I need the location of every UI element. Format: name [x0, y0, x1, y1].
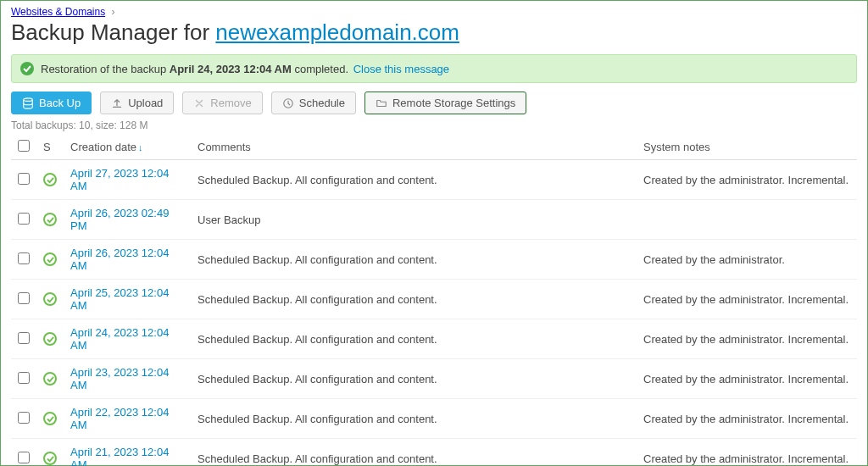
backup-notes: Created by the administrator. Incrementa…	[637, 160, 857, 200]
row-checkbox[interactable]	[18, 332, 30, 344]
backup-date-link[interactable]: April 27, 2023 12:04 AM	[70, 167, 169, 192]
status-ok-icon	[43, 372, 57, 386]
status-ok-icon	[43, 252, 57, 266]
backup-date-link[interactable]: April 21, 2023 12:04 AM	[70, 446, 169, 466]
col-date-header[interactable]: Creation date↓	[64, 135, 191, 160]
backup-notes	[637, 200, 857, 240]
sort-desc-icon: ↓	[138, 142, 143, 153]
status-ok-icon	[43, 173, 57, 186]
toolbar: Back Up Upload Remove Schedule Remote St…	[11, 92, 857, 114]
remove-icon	[193, 97, 205, 109]
table-row: April 27, 2023 12:04 AMScheduled Backup.…	[11, 160, 857, 200]
totals-top: Total backups: 10, size: 128 M	[11, 119, 857, 131]
page-title: Backup Manager for newexampledomain.com	[11, 19, 857, 46]
status-ok-icon	[43, 452, 57, 465]
backup-date-link[interactable]: April 23, 2023 12:04 AM	[70, 366, 169, 391]
schedule-button[interactable]: Schedule	[271, 92, 356, 114]
close-message-link[interactable]: Close this message	[353, 63, 449, 75]
backup-comments: Scheduled Backup. All configuration and …	[191, 399, 637, 439]
backup-date-link[interactable]: April 26, 2023 12:04 AM	[70, 247, 169, 272]
backups-table: S Creation date↓ Comments System notes A…	[11, 135, 857, 466]
page-container: Websites & Domains › Backup Manager for …	[0, 0, 868, 466]
row-checkbox[interactable]	[18, 412, 30, 424]
clock-icon	[282, 97, 294, 109]
backup-notes: Created by the administrator. Incrementa…	[637, 319, 857, 359]
backup-date-link[interactable]: April 25, 2023 12:04 AM	[70, 286, 169, 312]
status-ok-icon	[43, 332, 57, 346]
svg-point-0	[24, 97, 33, 101]
alert-text: Restoration of the backup April 24, 2023…	[41, 63, 449, 75]
status-ok-icon	[43, 412, 57, 425]
backup-comments: Scheduled Backup. All configuration and …	[191, 439, 637, 467]
backup-comments: Scheduled Backup. All configuration and …	[191, 319, 637, 359]
backup-comments: User Backup	[191, 200, 637, 240]
col-notes-header[interactable]: System notes	[637, 135, 857, 160]
page-title-prefix: Backup Manager for	[11, 19, 215, 45]
table-row: April 22, 2023 12:04 AMScheduled Backup.…	[11, 399, 857, 439]
table-row: April 25, 2023 12:04 AMScheduled Backup.…	[11, 280, 857, 319]
chevron-right-icon: ›	[112, 6, 115, 18]
status-ok-icon	[43, 292, 57, 306]
backup-comments: Scheduled Backup. All configuration and …	[191, 359, 637, 399]
col-comments-header[interactable]: Comments	[191, 135, 637, 160]
table-row: April 26, 2023 12:04 AMScheduled Backup.…	[11, 240, 857, 280]
col-status-header[interactable]: S	[36, 135, 64, 160]
backup-notes: Created by the administrator. Incrementa…	[637, 399, 857, 439]
backup-notes: Created by the administrator. Incrementa…	[637, 359, 857, 399]
backup-date-link[interactable]: April 24, 2023 12:04 AM	[70, 326, 169, 352]
row-checkbox[interactable]	[18, 173, 30, 185]
table-row: April 24, 2023 12:04 AMScheduled Backup.…	[11, 319, 857, 359]
backup-comments: Scheduled Backup. All configuration and …	[191, 280, 637, 319]
backup-comments: Scheduled Backup. All configuration and …	[191, 160, 637, 200]
row-checkbox[interactable]	[18, 252, 30, 264]
row-checkbox[interactable]	[18, 452, 30, 463]
breadcrumb: Websites & Domains ›	[11, 6, 857, 18]
database-icon	[22, 97, 34, 109]
check-circle-icon	[20, 62, 34, 75]
folder-icon	[376, 97, 387, 109]
table-row: April 23, 2023 12:04 AMScheduled Backup.…	[11, 359, 857, 399]
row-checkbox[interactable]	[18, 372, 30, 384]
remove-button[interactable]: Remove	[182, 92, 262, 114]
row-checkbox[interactable]	[18, 292, 30, 304]
select-all-checkbox[interactable]	[18, 140, 30, 152]
upload-button[interactable]: Upload	[100, 92, 174, 114]
domain-link[interactable]: newexampledomain.com	[215, 19, 459, 45]
backup-comments: Scheduled Backup. All configuration and …	[191, 240, 637, 280]
backup-notes: Created by the administrator. Incrementa…	[637, 439, 857, 467]
upload-icon	[111, 97, 123, 109]
backup-date-link[interactable]: April 22, 2023 12:04 AM	[70, 406, 169, 431]
breadcrumb-link[interactable]: Websites & Domains	[11, 6, 105, 18]
remote-storage-button[interactable]: Remote Storage Settings	[364, 92, 526, 114]
backup-button[interactable]: Back Up	[11, 92, 92, 114]
backup-notes: Created by the administrator. Incrementa…	[637, 280, 857, 319]
status-ok-icon	[43, 213, 57, 226]
backup-date-link[interactable]: April 26, 2023 02:49 PM	[70, 207, 169, 232]
table-row: April 26, 2023 02:49 PMUser Backup	[11, 200, 857, 240]
backup-notes: Created by the administrator.	[637, 240, 857, 280]
success-alert: Restoration of the backup April 24, 2023…	[11, 54, 857, 83]
row-checkbox[interactable]	[18, 213, 30, 225]
table-row: April 21, 2023 12:04 AMScheduled Backup.…	[11, 439, 857, 467]
